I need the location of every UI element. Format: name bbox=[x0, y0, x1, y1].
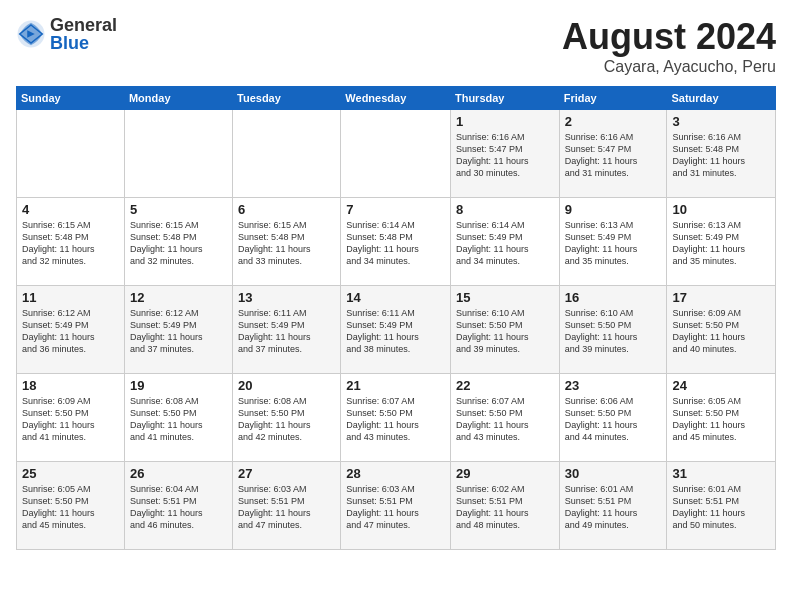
day-number: 10 bbox=[672, 202, 770, 217]
calendar-title: August 2024 bbox=[562, 16, 776, 58]
calendar-header: SundayMondayTuesdayWednesdayThursdayFrid… bbox=[17, 87, 776, 110]
day-number: 6 bbox=[238, 202, 335, 217]
day-cell: 17Sunrise: 6:09 AM Sunset: 5:50 PM Dayli… bbox=[667, 286, 776, 374]
logo-text: General Blue bbox=[50, 16, 117, 52]
day-cell: 2Sunrise: 6:16 AM Sunset: 5:47 PM Daylig… bbox=[559, 110, 667, 198]
calendar-table: SundayMondayTuesdayWednesdayThursdayFrid… bbox=[16, 86, 776, 550]
day-info: Sunrise: 6:07 AM Sunset: 5:50 PM Dayligh… bbox=[456, 395, 554, 444]
day-number: 7 bbox=[346, 202, 445, 217]
day-cell: 6Sunrise: 6:15 AM Sunset: 5:48 PM Daylig… bbox=[233, 198, 341, 286]
day-number: 12 bbox=[130, 290, 227, 305]
week-row-3: 11Sunrise: 6:12 AM Sunset: 5:49 PM Dayli… bbox=[17, 286, 776, 374]
weekday-wednesday: Wednesday bbox=[341, 87, 451, 110]
day-number: 3 bbox=[672, 114, 770, 129]
week-row-2: 4Sunrise: 6:15 AM Sunset: 5:48 PM Daylig… bbox=[17, 198, 776, 286]
day-number: 1 bbox=[456, 114, 554, 129]
day-number: 25 bbox=[22, 466, 119, 481]
week-row-1: 1Sunrise: 6:16 AM Sunset: 5:47 PM Daylig… bbox=[17, 110, 776, 198]
day-number: 8 bbox=[456, 202, 554, 217]
weekday-saturday: Saturday bbox=[667, 87, 776, 110]
day-number: 28 bbox=[346, 466, 445, 481]
day-info: Sunrise: 6:02 AM Sunset: 5:51 PM Dayligh… bbox=[456, 483, 554, 532]
day-info: Sunrise: 6:08 AM Sunset: 5:50 PM Dayligh… bbox=[238, 395, 335, 444]
day-cell: 4Sunrise: 6:15 AM Sunset: 5:48 PM Daylig… bbox=[17, 198, 125, 286]
logo-icon bbox=[16, 19, 46, 49]
day-cell: 8Sunrise: 6:14 AM Sunset: 5:49 PM Daylig… bbox=[450, 198, 559, 286]
weekday-header-row: SundayMondayTuesdayWednesdayThursdayFrid… bbox=[17, 87, 776, 110]
day-cell: 25Sunrise: 6:05 AM Sunset: 5:50 PM Dayli… bbox=[17, 462, 125, 550]
day-info: Sunrise: 6:04 AM Sunset: 5:51 PM Dayligh… bbox=[130, 483, 227, 532]
day-cell: 15Sunrise: 6:10 AM Sunset: 5:50 PM Dayli… bbox=[450, 286, 559, 374]
day-cell bbox=[233, 110, 341, 198]
day-info: Sunrise: 6:15 AM Sunset: 5:48 PM Dayligh… bbox=[238, 219, 335, 268]
day-info: Sunrise: 6:09 AM Sunset: 5:50 PM Dayligh… bbox=[672, 307, 770, 356]
day-info: Sunrise: 6:01 AM Sunset: 5:51 PM Dayligh… bbox=[672, 483, 770, 532]
day-number: 20 bbox=[238, 378, 335, 393]
day-number: 17 bbox=[672, 290, 770, 305]
day-number: 11 bbox=[22, 290, 119, 305]
day-cell: 14Sunrise: 6:11 AM Sunset: 5:49 PM Dayli… bbox=[341, 286, 451, 374]
day-info: Sunrise: 6:14 AM Sunset: 5:49 PM Dayligh… bbox=[456, 219, 554, 268]
day-cell: 27Sunrise: 6:03 AM Sunset: 5:51 PM Dayli… bbox=[233, 462, 341, 550]
day-info: Sunrise: 6:13 AM Sunset: 5:49 PM Dayligh… bbox=[672, 219, 770, 268]
day-cell: 31Sunrise: 6:01 AM Sunset: 5:51 PM Dayli… bbox=[667, 462, 776, 550]
day-cell: 16Sunrise: 6:10 AM Sunset: 5:50 PM Dayli… bbox=[559, 286, 667, 374]
logo-general-text: General bbox=[50, 16, 117, 34]
day-cell: 19Sunrise: 6:08 AM Sunset: 5:50 PM Dayli… bbox=[124, 374, 232, 462]
calendar-subtitle: Cayara, Ayacucho, Peru bbox=[562, 58, 776, 76]
page: General Blue August 2024 Cayara, Ayacuch… bbox=[0, 0, 792, 612]
logo: General Blue bbox=[16, 16, 117, 52]
logo-blue-text: Blue bbox=[50, 34, 117, 52]
day-info: Sunrise: 6:05 AM Sunset: 5:50 PM Dayligh… bbox=[672, 395, 770, 444]
day-cell: 12Sunrise: 6:12 AM Sunset: 5:49 PM Dayli… bbox=[124, 286, 232, 374]
day-cell: 5Sunrise: 6:15 AM Sunset: 5:48 PM Daylig… bbox=[124, 198, 232, 286]
day-number: 16 bbox=[565, 290, 662, 305]
day-info: Sunrise: 6:03 AM Sunset: 5:51 PM Dayligh… bbox=[238, 483, 335, 532]
day-number: 31 bbox=[672, 466, 770, 481]
header: General Blue August 2024 Cayara, Ayacuch… bbox=[16, 16, 776, 76]
day-info: Sunrise: 6:05 AM Sunset: 5:50 PM Dayligh… bbox=[22, 483, 119, 532]
weekday-monday: Monday bbox=[124, 87, 232, 110]
day-info: Sunrise: 6:13 AM Sunset: 5:49 PM Dayligh… bbox=[565, 219, 662, 268]
calendar-body: 1Sunrise: 6:16 AM Sunset: 5:47 PM Daylig… bbox=[17, 110, 776, 550]
day-number: 21 bbox=[346, 378, 445, 393]
day-cell: 1Sunrise: 6:16 AM Sunset: 5:47 PM Daylig… bbox=[450, 110, 559, 198]
day-cell: 13Sunrise: 6:11 AM Sunset: 5:49 PM Dayli… bbox=[233, 286, 341, 374]
day-cell: 29Sunrise: 6:02 AM Sunset: 5:51 PM Dayli… bbox=[450, 462, 559, 550]
day-info: Sunrise: 6:15 AM Sunset: 5:48 PM Dayligh… bbox=[22, 219, 119, 268]
day-number: 9 bbox=[565, 202, 662, 217]
day-info: Sunrise: 6:11 AM Sunset: 5:49 PM Dayligh… bbox=[346, 307, 445, 356]
day-number: 5 bbox=[130, 202, 227, 217]
day-info: Sunrise: 6:16 AM Sunset: 5:47 PM Dayligh… bbox=[456, 131, 554, 180]
day-cell bbox=[341, 110, 451, 198]
day-number: 18 bbox=[22, 378, 119, 393]
day-number: 29 bbox=[456, 466, 554, 481]
day-number: 24 bbox=[672, 378, 770, 393]
day-cell: 3Sunrise: 6:16 AM Sunset: 5:48 PM Daylig… bbox=[667, 110, 776, 198]
day-number: 15 bbox=[456, 290, 554, 305]
day-cell: 7Sunrise: 6:14 AM Sunset: 5:48 PM Daylig… bbox=[341, 198, 451, 286]
day-number: 14 bbox=[346, 290, 445, 305]
day-info: Sunrise: 6:09 AM Sunset: 5:50 PM Dayligh… bbox=[22, 395, 119, 444]
day-cell: 26Sunrise: 6:04 AM Sunset: 5:51 PM Dayli… bbox=[124, 462, 232, 550]
day-cell: 23Sunrise: 6:06 AM Sunset: 5:50 PM Dayli… bbox=[559, 374, 667, 462]
day-info: Sunrise: 6:16 AM Sunset: 5:48 PM Dayligh… bbox=[672, 131, 770, 180]
week-row-4: 18Sunrise: 6:09 AM Sunset: 5:50 PM Dayli… bbox=[17, 374, 776, 462]
day-info: Sunrise: 6:10 AM Sunset: 5:50 PM Dayligh… bbox=[456, 307, 554, 356]
day-number: 26 bbox=[130, 466, 227, 481]
day-number: 2 bbox=[565, 114, 662, 129]
day-number: 30 bbox=[565, 466, 662, 481]
week-row-5: 25Sunrise: 6:05 AM Sunset: 5:50 PM Dayli… bbox=[17, 462, 776, 550]
day-info: Sunrise: 6:12 AM Sunset: 5:49 PM Dayligh… bbox=[22, 307, 119, 356]
day-number: 22 bbox=[456, 378, 554, 393]
weekday-tuesday: Tuesday bbox=[233, 87, 341, 110]
title-section: August 2024 Cayara, Ayacucho, Peru bbox=[562, 16, 776, 76]
weekday-sunday: Sunday bbox=[17, 87, 125, 110]
day-info: Sunrise: 6:03 AM Sunset: 5:51 PM Dayligh… bbox=[346, 483, 445, 532]
day-cell: 20Sunrise: 6:08 AM Sunset: 5:50 PM Dayli… bbox=[233, 374, 341, 462]
weekday-friday: Friday bbox=[559, 87, 667, 110]
day-info: Sunrise: 6:10 AM Sunset: 5:50 PM Dayligh… bbox=[565, 307, 662, 356]
day-info: Sunrise: 6:11 AM Sunset: 5:49 PM Dayligh… bbox=[238, 307, 335, 356]
day-cell: 9Sunrise: 6:13 AM Sunset: 5:49 PM Daylig… bbox=[559, 198, 667, 286]
day-info: Sunrise: 6:15 AM Sunset: 5:48 PM Dayligh… bbox=[130, 219, 227, 268]
